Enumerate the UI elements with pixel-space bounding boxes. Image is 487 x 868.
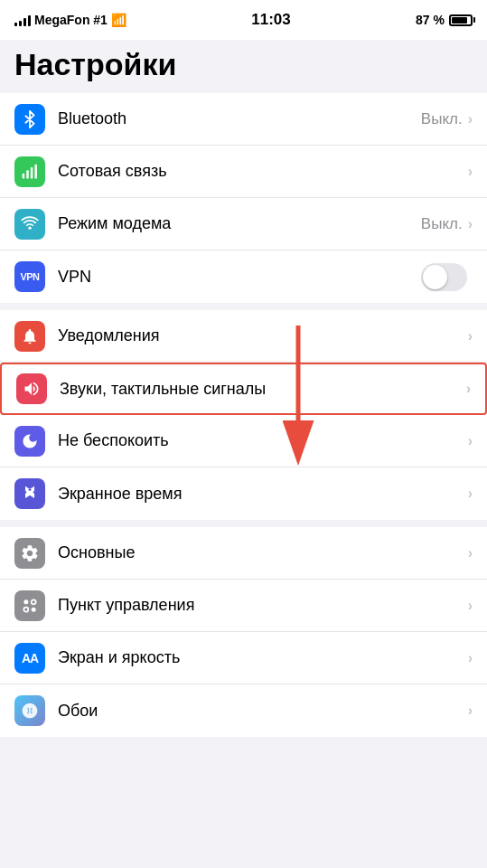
- screentime-chevron: ›: [468, 486, 473, 502]
- settings-item-vpn[interactable]: VPN VPN: [0, 250, 487, 303]
- notifications-chevron: ›: [468, 328, 473, 344]
- carrier-label: MegaFon #1: [34, 13, 108, 27]
- sounds-chevron: ›: [466, 381, 471, 397]
- settings-item-display[interactable]: AA Экран и яркость ›: [0, 632, 487, 684]
- controlcenter-chevron: ›: [468, 598, 473, 614]
- vpn-icon: VPN: [14, 261, 45, 292]
- svg-point-13: [32, 710, 34, 712]
- settings-item-sounds[interactable]: Звуки, тактильные сигналы ›: [0, 363, 487, 415]
- notifications-icon: [14, 321, 45, 352]
- svg-point-4: [28, 226, 31, 229]
- section-connectivity: Bluetooth Выкл. › Сотовая связь ›: [0, 93, 487, 303]
- hotspot-icon: [14, 209, 45, 240]
- wallpaper-label: Обои: [58, 702, 468, 721]
- signal-icon: [14, 14, 31, 26]
- svg-point-12: [25, 710, 28, 712]
- svg-point-10: [29, 706, 32, 709]
- hotspot-chevron: ›: [468, 216, 473, 232]
- vpn-toggle[interactable]: [421, 263, 467, 291]
- display-chevron: ›: [468, 650, 473, 666]
- section-notifications: Уведомления › Звуки, тактильные сигналы …: [0, 310, 487, 520]
- settings-list-notifications: Уведомления › Звуки, тактильные сигналы …: [0, 310, 487, 520]
- settings-item-notifications[interactable]: Уведомления ›: [0, 310, 487, 363]
- cellular-icon: [14, 156, 45, 187]
- vpn-label: VPN: [58, 268, 421, 287]
- settings-list-general: Основные › Пункт управления › AA Экран и…: [0, 527, 487, 737]
- notifications-label: Уведомления: [58, 326, 468, 345]
- settings-item-screentime[interactable]: Экранное время ›: [0, 467, 487, 520]
- bluetooth-chevron: ›: [468, 111, 473, 127]
- battery-pct-label: 87 %: [416, 13, 445, 27]
- controlcenter-icon: [14, 590, 45, 621]
- settings-item-general[interactable]: Основные ›: [0, 527, 487, 580]
- status-right: 87 %: [416, 13, 473, 27]
- display-icon: AA: [14, 643, 45, 674]
- settings-item-wallpaper[interactable]: Обои ›: [0, 684, 487, 737]
- settings-item-controlcenter[interactable]: Пункт управления ›: [0, 580, 487, 632]
- svg-point-7: [23, 607, 28, 611]
- svg-point-5: [23, 599, 28, 604]
- bluetooth-icon: [14, 104, 45, 135]
- svg-point-6: [32, 599, 36, 604]
- page-title: Настройки: [0, 40, 487, 93]
- settings-list-connectivity: Bluetooth Выкл. › Сотовая связь ›: [0, 93, 487, 303]
- controlcenter-label: Пункт управления: [58, 596, 468, 615]
- settings-item-donotdisturb[interactable]: Не беспокоить ›: [0, 415, 487, 467]
- settings-item-cellular[interactable]: Сотовая связь ›: [0, 146, 487, 198]
- cellular-chevron: ›: [468, 164, 473, 180]
- hotspot-value: Выкл.: [421, 215, 463, 233]
- bluetooth-value: Выкл.: [421, 110, 463, 128]
- display-label: Экран и яркость: [58, 648, 468, 667]
- screentime-label: Экранное время: [58, 485, 468, 504]
- svg-rect-2: [31, 167, 33, 179]
- donotdisturb-icon: [14, 426, 45, 457]
- status-time: 11:03: [251, 11, 290, 29]
- svg-point-11: [29, 712, 32, 715]
- wifi-icon: 📶: [111, 13, 126, 27]
- donotdisturb-chevron: ›: [468, 433, 473, 449]
- svg-rect-3: [34, 164, 36, 178]
- svg-point-8: [32, 607, 36, 611]
- status-left: MegaFon #1 📶: [14, 13, 126, 27]
- settings-item-hotspot[interactable]: Режим модема Выкл. ›: [0, 198, 487, 250]
- donotdisturb-label: Не беспокоить: [58, 431, 468, 450]
- svg-rect-0: [23, 173, 25, 178]
- sounds-icon: [16, 373, 47, 404]
- general-chevron: ›: [468, 545, 473, 561]
- settings-item-bluetooth[interactable]: Bluetooth Выкл. ›: [0, 93, 487, 146]
- cellular-label: Сотовая связь: [58, 162, 468, 181]
- bluetooth-label: Bluetooth: [58, 109, 421, 128]
- section-general: Основные › Пункт управления › AA Экран и…: [0, 527, 487, 737]
- svg-rect-1: [26, 170, 29, 178]
- wallpaper-chevron: ›: [468, 703, 473, 719]
- screentime-icon: [14, 478, 45, 509]
- status-bar: MegaFon #1 📶 11:03 87 %: [0, 0, 487, 40]
- hotspot-label: Режим модема: [58, 214, 421, 233]
- general-icon: [14, 538, 45, 569]
- wallpaper-icon: [14, 695, 45, 726]
- general-label: Основные: [58, 543, 468, 562]
- battery-icon: [449, 14, 473, 26]
- sounds-label: Звуки, тактильные сигналы: [60, 380, 466, 399]
